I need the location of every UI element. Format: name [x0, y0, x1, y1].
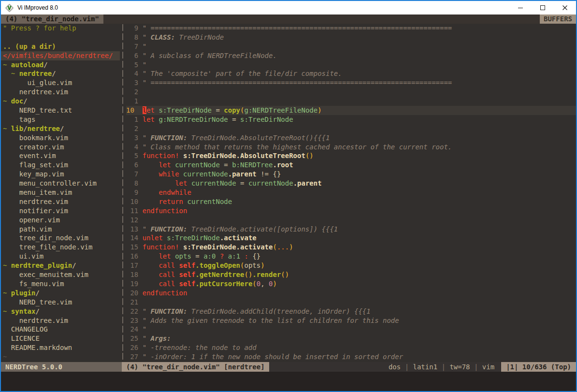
tree-file-readme[interactable]: README.markdown	[1, 343, 120, 352]
tabline-fill	[103, 15, 540, 24]
up-a-dir[interactable]: .. (up a dir)	[1, 42, 120, 51]
line-number: 3	[126, 79, 143, 87]
cursor-line[interactable]: 10 let s:TreeDirNode = copy(g:NERDTreeFi…	[126, 106, 576, 115]
code-line[interactable]: 1 let g:NERDTreeDirNode = s:TreeDirNode	[126, 115, 576, 124]
buffers-label[interactable]: BUFFERS	[540, 15, 576, 24]
line-number: 7	[126, 170, 143, 178]
tree-file-notifier[interactable]: notifier.vim	[1, 206, 120, 216]
code-line[interactable]: 5 "	[126, 60, 576, 70]
code-line[interactable]: 3 " ====================================…	[126, 78, 576, 87]
line-number: 4	[126, 143, 143, 151]
code-line[interactable]: 21	[126, 298, 576, 307]
line-number: 8	[126, 179, 143, 187]
code-line[interactable]: 27 " -inOrder: 1 if the new node should …	[126, 352, 576, 362]
tree-dir-lib-nerdtree[interactable]: ~ lib/nerdtree/	[1, 124, 120, 133]
tree-file-ui[interactable]: ui.vim	[1, 252, 120, 261]
nerdtree-statusline: NERDTree 5.0.0	[1, 362, 122, 372]
code-line[interactable]: 13 " FUNCTION: TreeDirNode.activate([opt…	[126, 225, 576, 234]
line-number: 18	[126, 271, 143, 278]
line-number: 3	[126, 134, 143, 142]
code-line[interactable]: 14 unlet s:TreeDirNode.activate	[126, 233, 576, 243]
maximize-button[interactable]	[532, 1, 554, 15]
code-line[interactable]: 19 call self.putCursorHere(0, 0)	[126, 279, 576, 289]
line-number: 26	[126, 344, 143, 351]
tree-file-menu_item[interactable]: menu_item.vim	[1, 188, 120, 197]
empty-line-marker: ~	[1, 352, 120, 362]
code-line[interactable]: 24 "	[126, 325, 576, 334]
code-line[interactable]: 7 while currentNode.parent != {}	[126, 170, 576, 179]
editor-pane: 9 " ====================================…	[126, 24, 576, 362]
code-line[interactable]: 20 endfunction	[126, 289, 576, 298]
code-line[interactable]: 18 call self.getNerdtree().render()	[126, 270, 576, 279]
tree-file-exec_menuitem[interactable]: exec_menuitem.vim	[1, 270, 120, 279]
tree-file-autoload-nerdtree[interactable]: nerdtree.vim	[1, 87, 120, 97]
tree-file-bookmark[interactable]: bookmark.vim	[1, 133, 120, 143]
tree-dir-plugin[interactable]: ~ plugin/	[1, 289, 120, 298]
tree-dir-autoload-nerdtree[interactable]: ~ nerdtree/	[1, 69, 120, 78]
tree-file-menu_controller[interactable]: menu_controller.vim	[1, 179, 120, 188]
code-line[interactable]: 10 return currentNode	[126, 197, 576, 206]
code-line[interactable]: 5 function! s:TreeDirNode.AbsoluteTreeRo…	[126, 151, 576, 160]
minimize-button[interactable]	[509, 1, 532, 15]
code-line[interactable]: 6 let currentNode = b:NERDTree.root	[126, 160, 576, 170]
code-line[interactable]: 26 " -treenode: the node to add	[126, 343, 576, 352]
line-number: 21	[126, 298, 143, 306]
code-line[interactable]: 9 endwhile	[126, 188, 576, 197]
tree-dir-syntax[interactable]: ~ syntax/	[1, 307, 120, 316]
tree-file-tags[interactable]: tags	[1, 115, 120, 124]
tree-file-nerd_tree_vim[interactable]: NERD_tree.vim	[1, 298, 120, 307]
tree-dir-nerdtree_plugin[interactable]: ~ nerdtree_plugin/	[1, 261, 120, 270]
line-number: 9	[126, 189, 143, 196]
code-line[interactable]: 1	[126, 97, 576, 106]
tree-file-key_map[interactable]: key_map.vim	[1, 170, 120, 179]
tree-file-event[interactable]: event.vim	[1, 151, 120, 160]
code-line[interactable]: 6 " A subclass of NERDTreeFileNode.	[126, 51, 576, 60]
tree-file-changelog[interactable]: CHANGELOG	[1, 325, 120, 334]
cursor-block: l	[143, 106, 146, 114]
tree-file-fs_menu[interactable]: fs_menu.vim	[1, 279, 120, 289]
tree-file-ui_glue[interactable]: ui_glue.vim	[1, 78, 120, 87]
tree-file-tree_dir_node[interactable]: tree_dir_node.vim	[1, 233, 120, 243]
code-line[interactable]: 11 endfunction	[126, 206, 576, 216]
close-button[interactable]	[554, 1, 576, 15]
tree-file-nerd-tree-txt[interactable]: NERD_tree.txt	[1, 106, 120, 115]
tree-file-tree_file_node[interactable]: tree_file_node.vim	[1, 243, 120, 252]
line-number: 14	[126, 234, 143, 242]
line-number: 13	[126, 225, 143, 233]
window-separator[interactable]	[120, 24, 126, 362]
tree-file-syntax-nerdtree[interactable]: nerdtree.vim	[1, 316, 120, 325]
code-line[interactable]: 15 function! s:TreeDirNode.activate(...)	[126, 243, 576, 252]
tree-file-lib-nerdtree-vim[interactable]: nerdtree.vim	[1, 197, 120, 206]
command-line[interactable]	[1, 372, 576, 391]
code-line[interactable]: 23 " Adds the given treenode to the list…	[126, 316, 576, 325]
statusline-flags: dos | latin1 | tw=78 | vim	[389, 362, 501, 372]
tree-file-path[interactable]: path.vim	[1, 225, 120, 234]
code-line[interactable]: 22 " FUNCTION: TreeDirNode.addChild(tree…	[126, 307, 576, 316]
code-line[interactable]: 8 let currentNode = currentNode.parent	[126, 179, 576, 188]
code-line[interactable]: 8 " CLASS: TreeDirNode	[126, 33, 576, 42]
code-line[interactable]: 2	[126, 124, 576, 133]
code-line[interactable]: 9 " ====================================…	[126, 24, 576, 33]
line-number: 10	[126, 198, 143, 205]
code-line[interactable]: 17 call self.toggleOpen(opts)	[126, 261, 576, 270]
tree-file-opener[interactable]: opener.vim	[1, 216, 120, 225]
tree-file-creator[interactable]: creator.vim	[1, 143, 120, 152]
help-hint: " Press ? for help	[1, 24, 120, 33]
code-line[interactable]: 25 " Args:	[126, 334, 576, 343]
tab-tree-dir-node[interactable]: (4) "tree_dir_node.vim"	[1, 15, 103, 24]
line-number: 9	[126, 24, 143, 32]
tree-file-licence[interactable]: LICENCE	[1, 334, 120, 343]
tree-file-flag_set[interactable]: flag_set.vim	[1, 160, 120, 170]
code-line[interactable]: 12	[126, 216, 576, 225]
code-line[interactable]: 2	[126, 87, 576, 97]
tree-dir-doc[interactable]: ~ doc/	[1, 97, 120, 106]
tree-root[interactable]: </vimfiles/bundle/nerdtree/	[1, 51, 120, 60]
tree-dir-autoload[interactable]: ~ autoload/	[1, 60, 120, 70]
code-line[interactable]: 4 " The 'composite' part of the file/dir…	[126, 69, 576, 78]
code-line[interactable]: 4 " Class method that returns the highes…	[126, 143, 576, 152]
code-line[interactable]: 3 " FUNCTION: TreeDirNode.AbsoluteTreeRo…	[126, 133, 576, 143]
minimize-icon	[518, 5, 523, 11]
line-number: 5	[126, 152, 143, 160]
code-line[interactable]: 7 "	[126, 42, 576, 51]
code-line[interactable]: 16 let opts = a:0 ? a:1 : {}	[126, 252, 576, 261]
